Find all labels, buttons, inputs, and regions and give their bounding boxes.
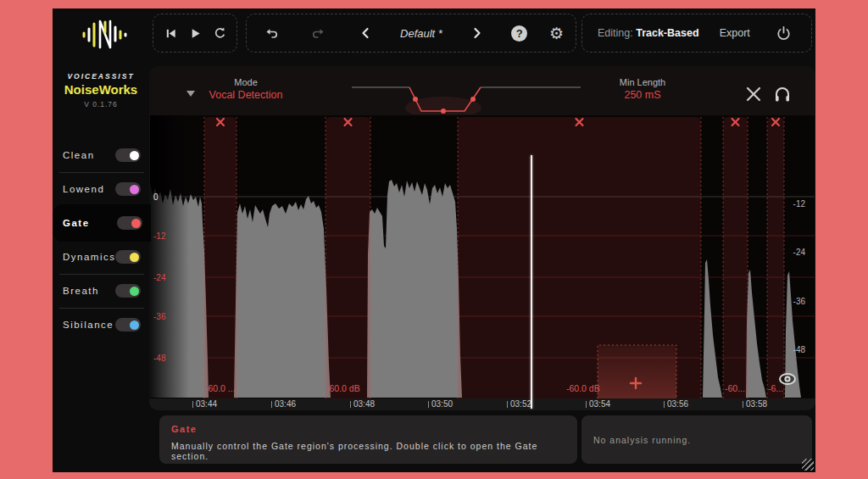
- export-button[interactable]: Export: [720, 27, 750, 39]
- dynamics-toggle[interactable]: [115, 250, 141, 264]
- gate-info-card: Gate Manually control the Gate region's …: [159, 415, 577, 464]
- min-length-label: Min Length: [592, 77, 693, 87]
- sidebar-item-breath[interactable]: Breath: [53, 274, 149, 308]
- visibility-eye-icon[interactable]: [780, 374, 795, 384]
- region-threshold-label: -60.0 dB: [566, 383, 600, 393]
- lowend-toggle[interactable]: [115, 182, 141, 196]
- mode-selector[interactable]: Mode Vocal Detection: [200, 77, 292, 101]
- clean-toggle[interactable]: [115, 148, 141, 162]
- timeline-tick: 03:56: [664, 399, 688, 409]
- gate-envelope-curve[interactable]: [352, 81, 581, 114]
- plugin-window: Default * ? ⚙ Editing: Track-Based Expor…: [53, 8, 815, 472]
- playhead[interactable]: [531, 155, 532, 409]
- toggle-knob: [131, 219, 141, 228]
- db-scale-right-label: -24: [793, 248, 806, 257]
- undo-icon: [264, 26, 279, 41]
- chevron-left-icon: [360, 27, 370, 39]
- undo-button[interactable]: [259, 20, 284, 46]
- loop-button[interactable]: [207, 20, 231, 46]
- sidebar-item-label: Breath: [63, 286, 99, 296]
- sidebar-item-label: Lowend: [63, 184, 104, 194]
- chevron-right-icon: [472, 27, 482, 39]
- sidebar-item-gate[interactable]: Gate: [53, 204, 151, 242]
- region-threshold-label: -60.0 dB: [326, 383, 360, 393]
- transport-controls: [153, 14, 237, 53]
- editing-mode-switch[interactable]: Editing: Track-Based: [598, 27, 699, 39]
- gate-region[interactable]: -60...: [723, 117, 748, 398]
- sidebar-item-lowend[interactable]: Lowend: [53, 172, 149, 206]
- sidebar-item-dynamics[interactable]: Dynamics: [53, 240, 149, 274]
- previous-preset-button[interactable]: [353, 20, 378, 46]
- toggle-knob: [130, 253, 139, 262]
- sidebar-item-clean[interactable]: Clean: [53, 138, 149, 172]
- window-resize-handle[interactable]: [802, 459, 814, 471]
- redo-icon: [311, 26, 326, 41]
- timeline-tick: 03:54: [586, 399, 610, 409]
- play-button[interactable]: [183, 20, 208, 46]
- sidebar-item-sibilance[interactable]: Sibilance: [53, 308, 149, 342]
- noiseworks-logo-icon: [72, 15, 140, 54]
- brand-product: NoiseWorks: [53, 82, 149, 97]
- mode-dropdown-arrow-icon[interactable]: [186, 91, 195, 97]
- gate-region[interactable]: -6...: [767, 117, 784, 398]
- brand-block: VOICEASSIST NoiseWorks V 0.1.76: [53, 72, 149, 109]
- timeline-tick: 03:48: [350, 399, 375, 409]
- session-bar: Editing: Track-Based Export: [581, 14, 812, 53]
- add-region-box[interactable]: [598, 345, 676, 398]
- gate-curve-handle[interactable]: [441, 109, 446, 114]
- timeline-axis: 03:4403:4603:4803:5003:5203:5403:5603:58: [149, 398, 815, 410]
- timeline-tick: 03:44: [192, 399, 217, 409]
- gate-info-title: Gate: [171, 424, 565, 434]
- monitor-button[interactable]: [773, 85, 792, 103]
- gate-editor-panel: Mode Vocal Detection Min Length 250 mS: [149, 66, 815, 410]
- gate-info-description: Manually control the Gate region's proce…: [171, 441, 565, 461]
- db-scale-left-label: -24: [153, 273, 166, 282]
- close-icon: [748, 88, 760, 100]
- loop-icon: [213, 26, 226, 40]
- mode-value: Vocal Detection: [200, 89, 292, 101]
- gate-region[interactable]: -60.0 ...: [204, 117, 236, 398]
- power-icon: [776, 25, 792, 42]
- mode-label: Mode: [200, 77, 292, 87]
- redo-button[interactable]: [306, 20, 331, 46]
- db-scale-right-label: -48: [793, 345, 806, 354]
- help-button[interactable]: ?: [511, 25, 527, 42]
- next-preset-button[interactable]: [465, 20, 490, 46]
- skip-to-start-button[interactable]: [159, 20, 183, 46]
- min-length-value: 250 mS: [592, 89, 693, 101]
- close-section-button[interactable]: [744, 85, 763, 103]
- preset-bar: Default * ? ⚙: [246, 14, 576, 53]
- toggle-knob: [130, 151, 139, 160]
- toggle-knob: [130, 185, 139, 194]
- timeline-tick: 03:58: [743, 399, 767, 409]
- gate-curve-handle[interactable]: [470, 97, 476, 102]
- timeline-tick: 03:50: [428, 399, 453, 409]
- sidebar-menu: CleanLowendGateDynamicsBreathSibilance: [53, 138, 149, 342]
- breath-toggle[interactable]: [115, 284, 141, 298]
- settings-gear-icon[interactable]: ⚙: [549, 25, 564, 42]
- db-scale-left-label: -12: [153, 231, 166, 241]
- db-scale-left-label: 0: [153, 192, 159, 202]
- gate-curve-handle[interactable]: [413, 97, 418, 102]
- sidebar-item-label: Gate: [63, 218, 90, 228]
- min-length-control[interactable]: Min Length 250 mS: [592, 77, 693, 101]
- timeline-tick: 03:52: [507, 399, 531, 409]
- preset-name[interactable]: Default *: [400, 27, 442, 40]
- power-button[interactable]: [771, 20, 796, 46]
- sidebar-item-label: Dynamics: [63, 252, 115, 262]
- db-scale-right-label: -12: [793, 199, 806, 209]
- db-scale-left-label: -48: [153, 354, 166, 363]
- editing-mode-value: Track-Based: [636, 27, 698, 39]
- headphones-icon: [776, 88, 789, 102]
- analysis-status-text: No analysis running.: [593, 435, 691, 445]
- brand-version: V 0.1.76: [53, 100, 149, 109]
- analysis-status-card: No analysis running.: [581, 415, 812, 464]
- sibilance-toggle[interactable]: [115, 318, 141, 331]
- toggle-knob: [130, 320, 139, 330]
- gate-toggle[interactable]: [117, 216, 142, 230]
- sidebar-item-label: Sibilance: [63, 320, 114, 330]
- db-scale-left-label: -36: [153, 312, 166, 321]
- gate-region[interactable]: -60.0 dB: [326, 117, 370, 398]
- region-threshold-label: -6...: [768, 383, 783, 393]
- waveform-display[interactable]: -60.0 ...-60.0 dB-60.0 dB-60...-6...0-12…: [150, 115, 815, 398]
